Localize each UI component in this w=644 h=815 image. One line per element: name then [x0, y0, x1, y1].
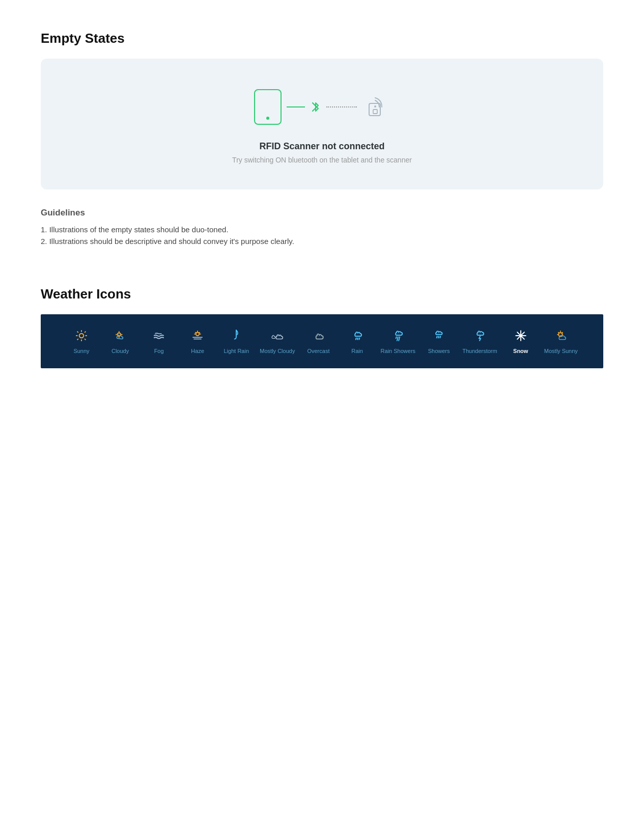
svg-line-29: [398, 337, 398, 338]
svg-line-8: [77, 332, 78, 333]
svg-point-40: [520, 335, 521, 336]
svg-line-45: [562, 332, 563, 333]
weather-item-mostlycloudy: Mostly Cloudy: [260, 329, 295, 354]
rainshowers-icon: [391, 329, 405, 343]
thunderstorm-label: Thunderstorm: [462, 348, 497, 354]
rfid-scanner-icon: [360, 92, 390, 122]
snow-label: Snow: [513, 348, 528, 354]
weather-item-haze: Haze: [182, 329, 213, 354]
overcast-label: Overcast: [307, 348, 329, 354]
svg-line-25: [355, 338, 356, 339]
bluetooth-icon: [308, 99, 323, 115]
cloudy-label: Cloudy: [111, 348, 129, 354]
fog-label: Fog: [154, 348, 164, 354]
svg-line-32: [399, 339, 399, 341]
cloudy-icon: [114, 329, 127, 343]
rain-icon: [351, 329, 364, 343]
weather-item-showers: Showers: [424, 329, 454, 354]
dotted-line: [326, 106, 357, 107]
sunny-icon: [75, 329, 88, 343]
svg-line-26: [357, 338, 358, 339]
fog-icon: [152, 329, 165, 343]
svg-line-44: [558, 332, 559, 333]
weather-item-sunny: Sunny: [66, 329, 97, 354]
weather-section: Weather Icons: [41, 286, 603, 368]
guidelines-list: 1. Illustrations of the empty states sho…: [41, 225, 603, 246]
haze-label: Haze: [191, 348, 204, 354]
svg-line-11: [85, 332, 86, 333]
tablet-dot: [266, 117, 269, 120]
rfid-illustration: [254, 89, 390, 125]
mostlysunny-label: Mostly Sunny: [544, 348, 578, 354]
mostlycloudy-label: Mostly Cloudy: [260, 348, 295, 354]
haze-icon: [191, 329, 204, 343]
svg-point-17: [196, 333, 200, 336]
svg-line-33: [437, 336, 437, 338]
weather-item-rainshowers: Rain Showers: [381, 329, 415, 354]
sunny-label: Sunny: [73, 348, 89, 354]
connector-line: [287, 92, 390, 122]
svg-line-9: [85, 339, 86, 340]
overcast-icon: [312, 329, 325, 343]
weather-item-thunderstorm: Thunderstorm: [462, 329, 497, 354]
svg-line-22: [199, 332, 200, 333]
showers-label: Showers: [428, 348, 450, 354]
rainshowers-label: Rain Showers: [381, 348, 415, 354]
page-content: Empty States: [0, 0, 644, 399]
svg-line-27: [359, 338, 359, 339]
svg-point-3: [79, 334, 84, 338]
svg-line-34: [438, 336, 439, 338]
weather-icons-title: Weather Icons: [41, 286, 603, 302]
weather-item-fog: Fog: [144, 329, 174, 354]
mostlycloudy-icon: [271, 329, 284, 343]
guideline-item-2: 2. Illustrations should be descriptive a…: [41, 237, 603, 246]
svg-rect-1: [373, 110, 377, 114]
svg-line-35: [440, 336, 440, 338]
svg-line-31: [397, 339, 398, 341]
tablet-icon: [254, 89, 282, 125]
snow-icon: [514, 329, 527, 343]
guideline-item-1: 1. Illustrations of the empty states sho…: [41, 225, 603, 234]
weather-item-lightrain: Light Rain: [221, 329, 251, 354]
solid-line: [287, 106, 305, 107]
weather-item-cloudy: Cloudy: [105, 329, 135, 354]
svg-line-28: [396, 337, 396, 338]
empty-states-title: Empty States: [41, 31, 603, 46]
weather-item-overcast: Overcast: [303, 329, 333, 354]
lightrain-icon: [230, 329, 243, 343]
svg-point-2: [374, 105, 376, 107]
empty-state-card: RFID Scanner not connected Try switching…: [41, 59, 603, 189]
weather-item-rain: Rain: [342, 329, 373, 354]
svg-line-30: [399, 337, 400, 338]
empty-state-description: Try switching ON bluetooth on the tablet…: [232, 156, 412, 164]
svg-line-21: [195, 332, 197, 333]
weather-bar: Sunny Cloudy: [41, 314, 603, 368]
svg-line-10: [77, 339, 78, 340]
lightrain-label: Light Rain: [223, 348, 249, 354]
weather-item-mostlysunny: Mostly Sunny: [544, 329, 578, 354]
rain-label: Rain: [351, 348, 363, 354]
thunderstorm-icon: [473, 329, 486, 343]
empty-state-heading: RFID Scanner not connected: [259, 141, 384, 152]
guidelines-title: Guidelines: [41, 208, 603, 218]
weather-item-snow: Snow: [506, 329, 536, 354]
mostlysunny-icon: [554, 329, 568, 343]
showers-icon: [432, 329, 445, 343]
